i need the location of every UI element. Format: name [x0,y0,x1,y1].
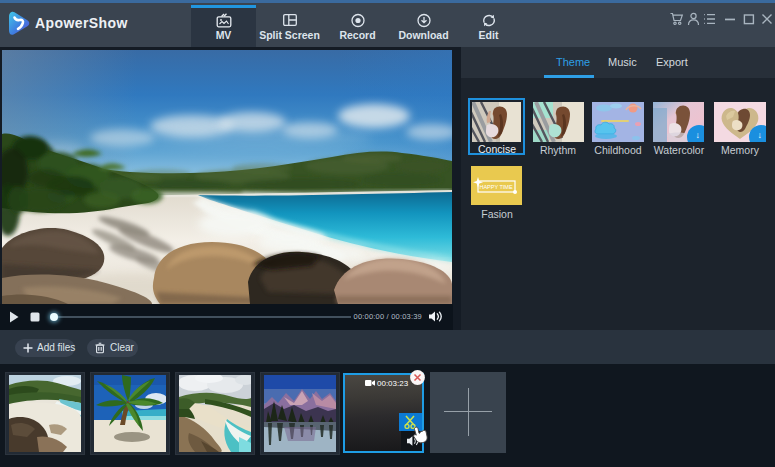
svg-text:HAPPY TIME: HAPPY TIME [479,184,512,190]
